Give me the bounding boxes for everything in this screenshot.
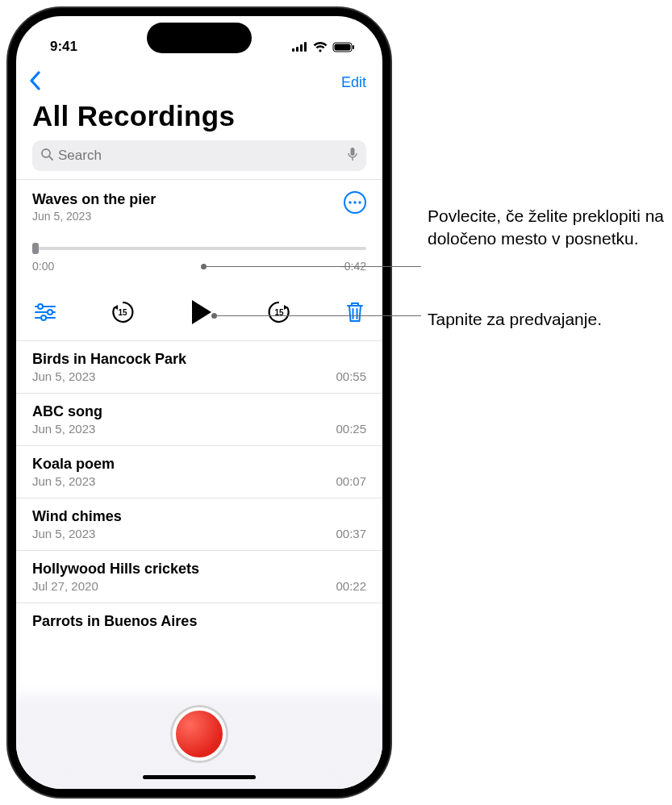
phone-frame: 9:41 Edit All Recordings [8,8,390,797]
svg-rect-2 [300,44,303,52]
skip-forward-15-button[interactable]: 15 [266,299,292,325]
page-title: All Recordings [32,100,366,132]
scrubber-track [32,247,366,250]
svg-point-15 [38,304,43,309]
scrubber-thumb[interactable] [32,243,39,254]
recording-date: Jun 5, 2023 [32,369,95,383]
recording-date: Jun 5, 2023 [32,527,95,540]
svg-point-11 [349,201,351,203]
recording-title: Birds in Hancock Park [32,351,366,368]
cellular-signal-icon [292,42,308,52]
recording-item[interactable]: ABC song Jun 5, 202300:25 [16,394,382,446]
svg-rect-5 [335,44,351,50]
recording-title: Parrots in Buenos Aires [32,613,366,630]
recording-duration: 00:25 [336,422,366,436]
svg-point-13 [358,201,361,203]
recording-item[interactable]: Wind chimes Jun 5, 202300:37 [16,498,382,551]
recording-date: Jul 27, 2020 [32,579,98,593]
svg-rect-3 [304,42,307,52]
dynamic-island [147,23,252,53]
recording-date: Jun 5, 2023 [32,474,95,488]
record-button[interactable] [173,707,226,761]
back-button[interactable] [27,71,42,94]
title-row: All Recordings [16,98,382,140]
recording-duration: 00:22 [336,579,366,593]
recording-item-partial[interactable]: Parrots in Buenos Aires [16,603,382,630]
svg-rect-0 [292,48,294,52]
svg-point-17 [48,310,52,315]
recording-item[interactable]: Birds in Hancock Park Jun 5, 202300:55 [16,341,382,394]
svg-line-8 [49,156,52,160]
recording-item[interactable]: Koala poem Jun 5, 202300:07 [16,446,382,498]
recording-duration: 00:37 [336,527,366,540]
recording-title: Hollywood Hills crickets [32,561,366,578]
skip-back-15-button[interactable]: 15 [110,299,136,325]
recording-title: Waves on the pier [32,191,156,208]
bottom-toolbar [16,684,382,789]
search-input[interactable] [58,148,347,164]
nav-bar: Edit [16,63,382,98]
callout-play: Tapnite za predvajanje. [428,308,670,331]
recording-title: Wind chimes [32,508,366,525]
recording-date: Jun 5, 2023 [32,422,95,436]
battery-icon [332,42,355,52]
more-options-button[interactable] [344,191,366,214]
recording-title: Koala poem [32,456,366,473]
search-field[interactable] [32,140,366,171]
wifi-icon [313,42,328,52]
recording-duration: 00:07 [336,474,366,488]
recording-duration: 00:55 [336,369,366,383]
callout-leader-line [215,315,421,316]
edit-button[interactable]: Edit [341,74,366,91]
svg-rect-9 [351,148,355,156]
recordings-list: Waves on the pier Jun 5, 2023 0:00 -0:42 [16,179,382,630]
callout-scrubber: Povlecite, če želite preklopiti na določ… [428,205,670,251]
status-indicators [292,42,355,52]
svg-text:15: 15 [118,308,127,317]
recording-item[interactable]: Hollywood Hills crickets Jul 27, 202000:… [16,551,382,603]
home-indicator[interactable] [143,775,256,779]
recording-date: Jun 5, 2023 [32,210,156,223]
svg-rect-6 [353,45,354,49]
status-time: 9:41 [50,39,77,55]
recording-title: ABC song [32,403,366,420]
current-time-label: 0:00 [32,260,54,273]
delete-button[interactable] [345,301,365,323]
search-icon [40,148,53,164]
playback-settings-button[interactable] [34,303,56,321]
svg-point-12 [353,201,356,203]
svg-rect-1 [296,47,298,52]
playback-scrubber[interactable] [32,240,366,255]
playback-controls: 15 15 [32,298,366,329]
play-button[interactable] [189,298,213,326]
dictation-icon[interactable] [347,147,358,165]
recording-item-expanded[interactable]: Waves on the pier Jun 5, 2023 0:00 -0:42 [16,180,382,341]
svg-point-19 [41,315,46,320]
screen: 9:41 Edit All Recordings [16,16,382,789]
callout-leader-line [204,266,421,267]
